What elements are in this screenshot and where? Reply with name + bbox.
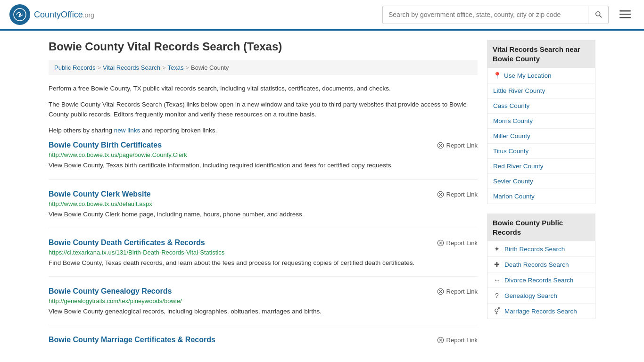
report-link-3[interactable]: Report Link [437, 288, 478, 295]
result-url-0[interactable]: http://www.co.bowie.tx.us/page/bowie.Cou… [49, 151, 478, 158]
result-item-1: Bowie County Clerk Website Report Link h… [49, 190, 478, 228]
breadcrumb-sep-3: > [185, 64, 189, 71]
result-item-2: Bowie County Death Certificates & Record… [49, 239, 478, 277]
result-title-0[interactable]: Bowie County Birth Certificates [49, 141, 162, 149]
pin-icon: 📍 [493, 72, 501, 79]
logo-icon [9, 4, 30, 25]
report-icon-3 [437, 288, 444, 295]
nearby-item-8[interactable]: Marion County [487, 189, 595, 204]
record-divorce[interactable]: ↔ Divorce Records Search [487, 272, 595, 288]
result-header-4: Bowie County Marriage Certificates & Rec… [49, 336, 478, 344]
marriage-icon: ⚥ [493, 307, 501, 315]
result-url-2[interactable]: https://ci.texarkana.tx.us/131/Birth-Dea… [49, 249, 478, 256]
svg-rect-2 [619, 10, 631, 12]
sidebar: Vital Records Search near Bowie County 📍… [487, 40, 595, 362]
page-title: Bowie County Vital Records Search (Texas… [49, 40, 478, 53]
result-item-3: Bowie County Genealogy Records Report Li… [49, 287, 478, 325]
record-marriage[interactable]: ⚥ Marriage Records Search [487, 304, 595, 319]
desc-2: The Bowie County Vital Records Search (T… [49, 99, 478, 120]
public-records-header-text: Bowie County Public Records [493, 219, 563, 236]
breadcrumb-public-records[interactable]: Public Records [54, 64, 95, 71]
nearby-item-5[interactable]: Titus County [487, 144, 595, 159]
result-title-2[interactable]: Bowie County Death Certificates & Record… [49, 239, 205, 247]
nearby-link-5[interactable]: Titus County [493, 148, 528, 155]
desc-1: Perform a free Bowie County, TX public v… [49, 83, 478, 94]
nearby-item-1[interactable]: Little River County [487, 83, 595, 99]
birth-records-link[interactable]: Birth Records Search [504, 246, 565, 253]
desc-3: Help others by sharing new links and rep… [49, 125, 478, 136]
divorce-records-link[interactable]: Divorce Records Search [504, 277, 573, 284]
breadcrumb-texas[interactable]: Texas [168, 64, 184, 71]
report-link-0[interactable]: Report Link [437, 142, 478, 149]
result-title-1[interactable]: Bowie County Clerk Website [49, 190, 151, 198]
genealogy-icon: ? [493, 292, 501, 299]
search-bar [382, 6, 609, 24]
nearby-link-1[interactable]: Little River County [493, 87, 545, 94]
public-records-header: Bowie County Public Records [487, 214, 595, 241]
record-genealogy[interactable]: ? Genealogy Search [487, 288, 595, 304]
breadcrumb-bowie: Bowie County [191, 64, 229, 71]
logo-name: CountyOffice [34, 10, 83, 19]
new-links-link[interactable]: new links [114, 127, 140, 134]
nearby-link-3[interactable]: Morris County [493, 117, 533, 124]
report-icon-2 [437, 239, 444, 247]
nearby-link-7[interactable]: Sevier County [493, 178, 533, 185]
breadcrumb-sep-2: > [162, 64, 166, 71]
nearby-link-6[interactable]: Red River County [493, 163, 544, 170]
result-desc-0: View Bowie County, Texas birth certifica… [49, 161, 478, 170]
public-records-list: ✦ Birth Records Search ✚ Death Records S… [487, 241, 595, 319]
nearby-item-3[interactable]: Morris County [487, 114, 595, 129]
result-header-3: Bowie County Genealogy Records Report Li… [49, 287, 478, 296]
nearby-item-2[interactable]: Cass County [487, 99, 595, 114]
nearby-link-4[interactable]: Miller County [493, 132, 530, 140]
public-records-section: Bowie County Public Records ✦ Birth Reco… [487, 214, 595, 319]
nearby-section: Vital Records Search near Bowie County 📍… [487, 40, 595, 204]
result-item-4: Bowie County Marriage Certificates & Rec… [49, 336, 478, 354]
svg-point-1 [19, 14, 21, 16]
result-header-0: Bowie County Birth Certificates Report L… [49, 141, 478, 149]
result-header-1: Bowie County Clerk Website Report Link [49, 190, 478, 198]
genealogy-search-link[interactable]: Genealogy Search [504, 292, 557, 299]
death-icon: ✚ [493, 261, 501, 268]
death-records-link[interactable]: Death Records Search [504, 261, 569, 268]
logo-suffix: .org [83, 11, 94, 19]
logo-text: CountyOffice.org [34, 10, 94, 20]
result-title-3[interactable]: Bowie County Genealogy Records [49, 287, 172, 296]
search-input[interactable] [383, 7, 588, 22]
nearby-item-7[interactable]: Sevier County [487, 174, 595, 189]
nearby-item-6[interactable]: Red River County [487, 159, 595, 174]
result-desc-2: Find Bowie County, Texas death records, … [49, 258, 478, 268]
result-title-4[interactable]: Bowie County Marriage Certificates & Rec… [49, 336, 215, 344]
report-link-1[interactable]: Report Link [437, 191, 478, 198]
nearby-link-8[interactable]: Marion County [493, 193, 535, 200]
record-death[interactable]: ✚ Death Records Search [487, 257, 595, 272]
site-header: CountyOffice.org [0, 0, 644, 31]
result-desc-1: View Bowie County Clerk home page, inclu… [49, 210, 478, 219]
result-item-0: Bowie County Birth Certificates Report L… [49, 141, 478, 179]
breadcrumb: Public Records > Vital Records Search > … [49, 60, 478, 75]
use-location-item[interactable]: 📍 Use My Location [487, 68, 595, 83]
use-location-link[interactable]: Use My Location [504, 72, 552, 79]
marriage-records-link[interactable]: Marriage Records Search [504, 308, 577, 315]
report-icon-1 [437, 191, 444, 198]
content-area: Bowie County Vital Records Search (Texas… [49, 40, 478, 362]
result-url-3[interactable]: http://genealogytrails.com/tex/pineywood… [49, 297, 478, 304]
menu-button[interactable] [616, 5, 635, 25]
record-birth[interactable]: ✦ Birth Records Search [487, 241, 595, 257]
nearby-list: 📍 Use My Location Little River County Ca… [487, 68, 595, 204]
breadcrumb-vital-records[interactable]: Vital Records Search [103, 64, 160, 71]
svg-rect-4 [619, 17, 631, 18]
report-link-4[interactable]: Report Link [437, 337, 478, 344]
result-header-2: Bowie County Death Certificates & Record… [49, 239, 478, 247]
svg-rect-3 [619, 14, 631, 15]
result-url-1[interactable]: http://www.co.bowie.tx.us/default.aspx [49, 200, 478, 207]
result-desc-3: View Bowie County genealogical records, … [49, 307, 478, 316]
nearby-link-2[interactable]: Cass County [493, 102, 529, 109]
search-button[interactable] [588, 6, 608, 24]
nearby-header-text: Vital Records Search near Bowie County [493, 45, 580, 63]
breadcrumb-sep-1: > [97, 64, 101, 71]
birth-icon: ✦ [493, 245, 501, 253]
divorce-icon: ↔ [493, 276, 501, 284]
nearby-item-4[interactable]: Miller County [487, 129, 595, 144]
report-link-2[interactable]: Report Link [437, 239, 478, 247]
